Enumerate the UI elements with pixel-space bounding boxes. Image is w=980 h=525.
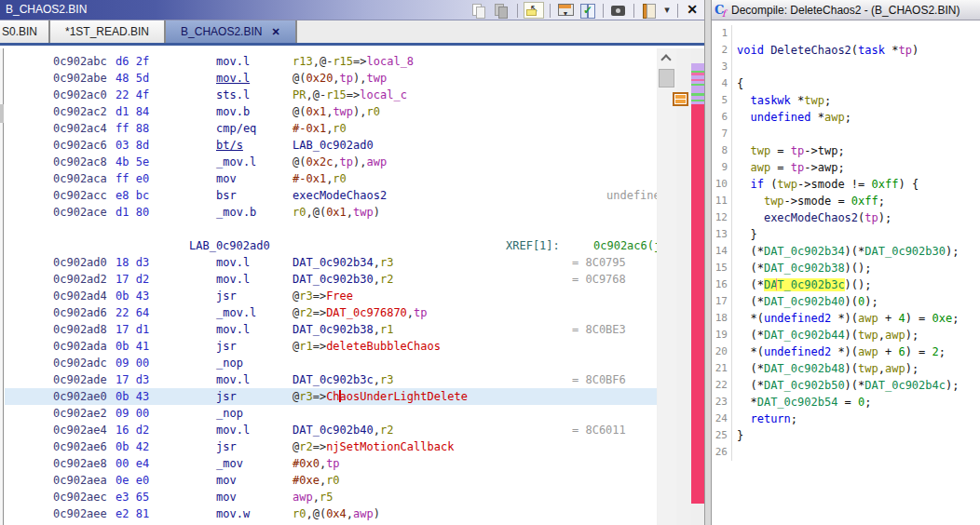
address-field[interactable]: 0c902ac2 [53, 103, 107, 120]
code-token[interactable]: ); [905, 362, 919, 375]
operand-token[interactable]: DAT_0c902b38 [293, 323, 374, 336]
overview-marker-margin[interactable] [691, 48, 704, 525]
code-token[interactable]: ); [864, 295, 878, 308]
bytes-field[interactable]: e8 bc [116, 187, 149, 204]
operand-token[interactable]: DAT_0c902b3c [293, 373, 374, 386]
dropdown-arrow-icon[interactable]: ▾ [662, 2, 672, 19]
bytes-field[interactable]: ff 88 [116, 120, 149, 137]
code-token[interactable]: (* [737, 362, 764, 375]
mnemonic-field[interactable]: mov [216, 170, 237, 187]
code-token[interactable]: ) [912, 44, 919, 57]
camera-snapshot-icon[interactable] [609, 2, 628, 19]
listing-row[interactable]: 0c902aced1 80_mov.br0,@(0x1,twp) [5, 204, 657, 221]
mnemonic-field[interactable]: cmp/eq [216, 120, 256, 137]
operand-token[interactable]: r0 [293, 206, 306, 219]
bytes-field[interactable]: 22 4f [116, 87, 149, 103]
operand-token[interactable]: DAT_0c976870 [326, 306, 407, 319]
operand-token[interactable]: @( [293, 155, 306, 168]
address-field[interactable]: 0c902ace [53, 204, 107, 221]
code-token[interactable]: awp [750, 161, 770, 174]
code-token[interactable]: taskwk [750, 94, 790, 107]
operand-token[interactable]: @( [293, 72, 306, 85]
bytes-field[interactable]: 03 8d [116, 137, 149, 154]
mnemonic-field[interactable]: mov [216, 472, 237, 489]
listing-row[interactable]: 0c902abcd6 2fmov.lr13,@-r15=>local_8 [5, 53, 657, 70]
code-token[interactable]: ; [791, 412, 797, 425]
operand-token[interactable]: , [333, 72, 339, 85]
code-token[interactable]: (* [737, 245, 764, 258]
mnemonic-field[interactable]: _mov [216, 455, 243, 472]
mnemonic-field[interactable]: mov.l [216, 321, 250, 338]
operand-token[interactable]: => [313, 440, 326, 453]
operand-token[interactable]: local_8 [367, 55, 415, 68]
bytes-field[interactable]: 0b 43 [116, 288, 149, 304]
code-token[interactable] [737, 195, 764, 208]
code-token[interactable]: ) = [905, 312, 932, 325]
operand-token[interactable]: , [347, 507, 353, 520]
scrollbar-thumb[interactable] [659, 69, 674, 88]
operand-token[interactable]: DAT_0c902b30 [293, 273, 374, 286]
bytes-field[interactable]: 0e e0 [116, 472, 149, 489]
operand-token[interactable]: r15 [333, 55, 353, 68]
listing-row[interactable]: 0c902ada0b 41jsr@r1=>deleteBubbleChaos [5, 338, 657, 355]
code-token[interactable]: } [737, 429, 743, 442]
decompiler-line[interactable]: 12 execModeChaos2(tp); [712, 209, 980, 226]
tab-b-chaos2-bin[interactable]: B_CHAOS2.BIN✕ [166, 20, 295, 43]
bytes-field[interactable]: d6 2f [116, 53, 149, 70]
address-field[interactable]: 0c902ae8 [53, 455, 107, 472]
listing-row[interactable]: 0c902ae209 00_nop [5, 405, 657, 422]
listing-row[interactable]: 0c902ad217 d2mov.lDAT_0c902b30,r2= 0C976… [5, 271, 657, 288]
operand-token[interactable]: r2 [380, 273, 393, 286]
code-token[interactable]: 2 [932, 345, 939, 358]
code-token[interactable]: DAT_0c902b34 [764, 245, 845, 258]
operand-token[interactable]: ) [374, 507, 380, 520]
code-token[interactable]: 0xff [872, 178, 899, 191]
code-token[interactable]: = [770, 144, 791, 157]
decompiler-code[interactable]: 12void DeleteChaos2(task *tp)34{5 taskwk… [712, 20, 980, 525]
code-token[interactable]: ); [878, 211, 892, 224]
bytes-field[interactable]: 0b 41 [116, 338, 149, 355]
mnemonic-field[interactable]: jsr [216, 388, 237, 405]
operand-token[interactable]: 0x20 [306, 72, 333, 85]
mnemonic-field[interactable]: _mov.l [216, 304, 256, 321]
code-token[interactable] [737, 178, 750, 191]
mnemonic-field[interactable]: mov.w [216, 505, 250, 522]
address-field[interactable]: 0c902acc [53, 187, 107, 204]
code-token[interactable]: DAT_0c902b48 [764, 362, 845, 375]
address-field[interactable]: 0c902ac6 [53, 137, 107, 154]
listing-row[interactable]: 0c902ae800 e4_mov#0x0,tp [5, 455, 657, 472]
code-token[interactable]: , [878, 329, 885, 342]
decompiler-line[interactable]: 5 taskwk *twp; [712, 92, 980, 109]
operand-token[interactable]: tp [414, 306, 427, 319]
code-token[interactable]: execModeChaos2 [764, 211, 858, 224]
bytes-field[interactable]: 4b 5e [116, 154, 149, 170]
operand-token[interactable]: r0 [367, 105, 380, 118]
code-token[interactable] [737, 144, 750, 157]
bytes-field[interactable]: 16 d2 [116, 422, 149, 438]
operand-token[interactable]: ), [353, 105, 366, 118]
address-field[interactable]: 0c902ae4 [53, 422, 107, 438]
address-field[interactable]: 0c902ad6 [53, 304, 107, 321]
address-field[interactable]: 0c902aee [53, 505, 107, 522]
address-field[interactable]: 0c902ac0 [53, 87, 107, 103]
operand-token[interactable]: , [374, 256, 380, 269]
bytes-field[interactable]: 09 00 [116, 355, 149, 371]
decompiler-line[interactable]: 8 twp = tp->twp; [712, 142, 980, 159]
code-token[interactable]: ->awp; [804, 161, 844, 174]
decompiler-line[interactable]: 16 (*DAT_0c902b3c)(); [712, 276, 980, 293]
operand-token[interactable]: ), [353, 155, 366, 168]
listing-row[interactable]: 0c902adc09 00_nop [5, 355, 657, 371]
address-field[interactable]: 0c902ac4 [53, 120, 107, 137]
bytes-field[interactable]: 0b 42 [116, 438, 149, 455]
bytes-field[interactable]: 17 d2 [116, 271, 149, 288]
code-token[interactable]: twp [858, 329, 878, 342]
operand-token[interactable]: => [313, 340, 326, 353]
operand-token[interactable]: r13 [293, 55, 313, 68]
decompiler-line[interactable]: 6 undefined *awp; [712, 109, 980, 126]
address-field[interactable]: 0c902adc [53, 355, 107, 371]
address-field[interactable]: 0c902ade [53, 371, 107, 388]
listing-row[interactable]: 0c902ad817 d1mov.lDAT_0c902b38,r1= 8C0BE… [5, 321, 657, 338]
listing-row[interactable]: 0c902aeee2 81mov.wr0,@(0x4,awp) [5, 505, 657, 522]
code-token[interactable]: *( [737, 345, 764, 358]
operand-token[interactable]: @( [293, 105, 306, 118]
